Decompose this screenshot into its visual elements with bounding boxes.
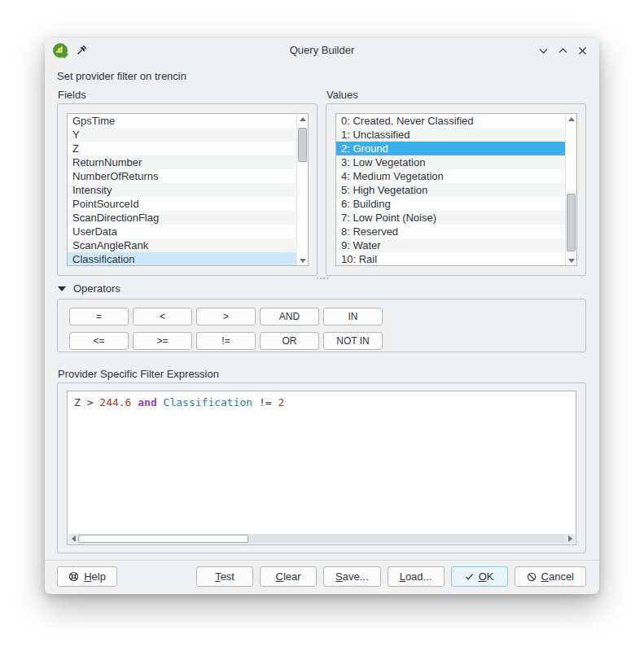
check-icon [465, 572, 474, 581]
operators-label: Operators [73, 282, 120, 295]
fields-list[interactable]: GpsTimeYZReturnNumberNumberOfReturnsInte… [67, 113, 309, 266]
list-item[interactable]: 6: Building [336, 197, 565, 211]
clear-button-label: Clear [276, 570, 301, 583]
filter-expression-label: Provider Specific Filter Expression [58, 368, 253, 380]
list-item[interactable]: 8: Reserved [336, 225, 565, 238]
operator-button-[interactable]: = [69, 308, 129, 326]
scrollbar-track[interactable] [297, 124, 308, 256]
fields-group: GpsTimeYZReturnNumberNumberOfReturnsInte… [57, 103, 318, 276]
window-title: Query Builder [45, 38, 599, 63]
operators-header[interactable]: Operators [58, 282, 120, 295]
scroll-down-icon[interactable] [566, 256, 576, 265]
ok-button-label: OK [479, 570, 494, 583]
query-builder-dialog: Query Builder Set provider filter on tre… [45, 38, 599, 594]
list-item[interactable]: 4: Medium Vegetation [336, 169, 565, 183]
list-item[interactable]: 7: Low Point (Noise) [336, 211, 565, 225]
scroll-up-icon[interactable] [566, 114, 576, 124]
list-item[interactable]: 2: Ground [336, 142, 565, 155]
operator-button-in[interactable]: IN [323, 308, 383, 326]
ok-button[interactable]: OK [451, 566, 508, 587]
cancel-button-label: Cancel [541, 570, 574, 583]
values-label: Values [326, 89, 358, 101]
list-item[interactable]: 5: High Vegetation [336, 183, 565, 197]
operator-button-[interactable]: > [196, 308, 256, 326]
list-item[interactable]: Z [68, 142, 296, 155]
scroll-right-icon[interactable] [565, 534, 575, 544]
list-item[interactable]: Intensity [68, 183, 296, 197]
operator-button-[interactable]: != [196, 332, 256, 350]
load-button[interactable]: Load... [388, 566, 445, 587]
list-item[interactable]: UserData [68, 225, 296, 238]
minimize-icon[interactable] [538, 46, 549, 56]
values-scrollbar[interactable] [565, 114, 576, 265]
operator-button-and[interactable]: AND [260, 308, 319, 326]
maximize-icon[interactable] [558, 46, 568, 56]
scroll-up-icon[interactable] [297, 114, 308, 124]
clear-button[interactable]: Clear [260, 566, 317, 587]
operator-button-[interactable]: < [133, 308, 192, 326]
save-button[interactable]: Save... [323, 566, 380, 587]
titlebar: Query Builder [45, 38, 599, 63]
filter-expression-editor[interactable]: Z > 244.6 and Classification != 2 [67, 391, 576, 545]
list-item[interactable]: GpsTime [68, 114, 296, 128]
expression-group: Z > 244.6 and Classification != 2 [57, 382, 586, 553]
cancel-icon [527, 572, 537, 582]
list-item[interactable]: PointSourceId [68, 197, 296, 211]
operator-button-or[interactable]: OR [260, 332, 319, 350]
values-group: 0: Created, Never Classified1: Unclassif… [326, 103, 586, 276]
scrollbar-track[interactable] [566, 124, 576, 256]
list-item[interactable]: 0: Created, Never Classified [336, 114, 565, 128]
values-list[interactable]: 0: Created, Never Classified1: Unclassif… [335, 113, 577, 266]
fields-scrollbar[interactable] [296, 114, 308, 265]
load-button-label: Load... [400, 570, 432, 583]
list-item[interactable]: ScanAngleRank [68, 238, 296, 252]
help-button[interactable]: Help [57, 566, 117, 587]
scroll-left-icon[interactable] [68, 534, 78, 544]
footer-separator [45, 560, 599, 561]
list-item[interactable]: 3: Low Vegetation [336, 155, 565, 169]
scrollbar-thumb[interactable] [298, 128, 307, 162]
fields-label: Fields [58, 89, 86, 101]
scrollbar-thumb[interactable] [567, 194, 576, 251]
list-item[interactable]: 1: Unclassified [336, 128, 565, 142]
list-item[interactable]: 10: Rail [336, 252, 565, 265]
button-box: Help Test Clear Save... Load... OK [57, 566, 586, 587]
splitter-handle-icon[interactable] [317, 277, 318, 279]
cancel-button[interactable]: Cancel [515, 566, 586, 587]
list-item[interactable]: Classification [68, 252, 296, 265]
help-icon [68, 571, 79, 582]
operators-group: =<>ANDIN <=>=!=ORNOT IN [57, 299, 586, 352]
collapse-triangle-icon[interactable] [58, 286, 66, 291]
operator-button-[interactable]: >= [133, 332, 192, 350]
list-item[interactable]: 9: Water [336, 238, 565, 252]
scroll-down-icon[interactable] [297, 256, 308, 265]
close-icon[interactable] [577, 46, 588, 56]
filter-expression-text[interactable]: Z > 244.6 and Classification != 2 [68, 391, 576, 413]
scrollbar-track[interactable] [78, 534, 565, 544]
operator-button-[interactable]: <= [69, 332, 129, 350]
test-button[interactable]: Test [196, 566, 253, 587]
provider-filter-subtitle: Set provider filter on trencin [57, 70, 186, 82]
save-button-label: Save... [335, 570, 368, 583]
list-item[interactable]: NumberOfReturns [68, 169, 296, 183]
list-item[interactable]: ScanDirectionFlag [68, 211, 296, 225]
help-button-label: Help [84, 570, 106, 583]
scrollbar-thumb[interactable] [78, 535, 248, 543]
list-item[interactable]: Y [68, 128, 296, 142]
list-item[interactable]: ReturnNumber [68, 155, 296, 169]
expression-hscrollbar[interactable] [68, 534, 575, 544]
test-button-label: Test [215, 570, 234, 583]
operator-button-notin[interactable]: NOT IN [323, 332, 383, 350]
